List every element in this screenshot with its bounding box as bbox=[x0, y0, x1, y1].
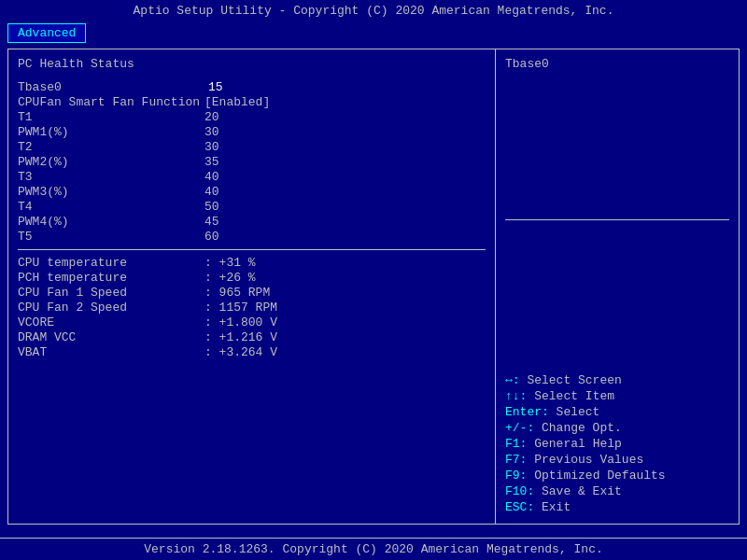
setting-row[interactable]: T450 bbox=[18, 200, 486, 214]
setting-label: PWM2(%) bbox=[18, 155, 204, 169]
stat-label: VBAT bbox=[18, 345, 204, 359]
help-row: +/-: Change Opt. bbox=[505, 421, 729, 435]
setting-label: T3 bbox=[18, 170, 204, 184]
stat-row: CPU temperature: +31 % bbox=[18, 256, 486, 270]
stat-label: CPU temperature bbox=[18, 256, 204, 270]
stat-value: : +1.216 V bbox=[204, 330, 277, 344]
setting-row[interactable]: T340 bbox=[18, 170, 486, 184]
stat-value: : +26 % bbox=[204, 271, 256, 285]
setting-row[interactable]: PWM3(%)40 bbox=[18, 185, 486, 199]
setting-value: 60 bbox=[204, 230, 219, 244]
setting-row[interactable]: PWM2(%)35 bbox=[18, 155, 486, 169]
divider bbox=[18, 249, 486, 250]
stat-label: CPU Fan 1 Speed bbox=[18, 286, 204, 300]
right-description: Tbase0 bbox=[505, 57, 729, 71]
stat-value: : 1157 RPM bbox=[204, 301, 277, 315]
setting-row[interactable]: PWM4(%)45 bbox=[18, 215, 486, 229]
help-row: ↔: Select Screen bbox=[505, 373, 729, 387]
help-key: ↑↓: bbox=[505, 389, 534, 403]
setting-row[interactable]: T230 bbox=[18, 140, 486, 154]
help-desc: General Help bbox=[534, 437, 622, 451]
setting-label: PWM4(%) bbox=[18, 215, 204, 229]
help-key: F10: bbox=[505, 484, 542, 498]
section-title: PC Health Status bbox=[18, 57, 486, 71]
help-desc: Exit bbox=[542, 500, 571, 514]
stat-label: VCORE bbox=[18, 315, 204, 329]
help-desc: Select Item bbox=[534, 389, 614, 403]
setting-row[interactable]: T120 bbox=[18, 110, 486, 124]
help-desc: Select bbox=[557, 405, 600, 419]
help-key: ESC: bbox=[505, 500, 542, 514]
help-row: F7: Previous Values bbox=[505, 453, 729, 467]
help-desc: Select Screen bbox=[527, 373, 621, 387]
stat-row: VBAT: +3.264 V bbox=[18, 345, 486, 359]
help-desc: Optimized Defaults bbox=[534, 469, 665, 483]
setting-label: PWM3(%) bbox=[18, 185, 204, 199]
stats-rows: CPU temperature: +31 %PCH temperature: +… bbox=[18, 256, 486, 359]
help-key: Enter: bbox=[505, 405, 557, 419]
help-key: ↔: bbox=[505, 373, 527, 387]
help-row: F9: Optimized Defaults bbox=[505, 469, 729, 483]
stat-row: PCH temperature: +26 % bbox=[18, 271, 486, 285]
main-content: PC Health Status Tbase015CPUFan Smart Fa… bbox=[7, 49, 740, 525]
setting-value: 30 bbox=[204, 140, 219, 154]
footer-text: Version 2.18.1263. Copyright (C) 2020 Am… bbox=[144, 542, 602, 556]
help-section: ↔: Select Screen↑↓: Select ItemEnter: Se… bbox=[505, 366, 729, 516]
stat-row: CPU Fan 1 Speed: 965 RPM bbox=[18, 286, 486, 300]
stat-value: : +31 % bbox=[204, 256, 256, 270]
right-panel: Tbase0 ↔: Select Screen↑↓: Select ItemEn… bbox=[496, 49, 739, 524]
help-row: F1: General Help bbox=[505, 437, 729, 451]
setting-value: 20 bbox=[204, 110, 219, 124]
setting-row[interactable]: Tbase015 bbox=[18, 80, 486, 94]
setting-value: 15 bbox=[204, 80, 227, 94]
stat-value: : +1.800 V bbox=[204, 315, 277, 329]
setting-value: 35 bbox=[204, 155, 219, 169]
stat-row: DRAM VCC: +1.216 V bbox=[18, 330, 486, 344]
stat-row: VCORE: +1.800 V bbox=[18, 315, 486, 329]
help-row: Enter: Select bbox=[505, 405, 729, 419]
setting-label: Tbase0 bbox=[18, 80, 204, 94]
help-row: ESC: Exit bbox=[505, 500, 729, 514]
stat-label: PCH temperature bbox=[18, 271, 204, 285]
help-key: F7: bbox=[505, 453, 534, 467]
stat-value: : +3.264 V bbox=[204, 345, 277, 359]
tab-bar: Advanced bbox=[0, 21, 747, 45]
help-key: F1: bbox=[505, 437, 534, 451]
setting-label: T1 bbox=[18, 110, 204, 124]
setting-value: [Enabled] bbox=[204, 95, 270, 109]
setting-row[interactable]: T560 bbox=[18, 230, 486, 244]
help-desc: Change Opt. bbox=[542, 421, 622, 435]
setting-value: 40 bbox=[204, 170, 219, 184]
footer: Version 2.18.1263. Copyright (C) 2020 Am… bbox=[0, 538, 747, 560]
setting-label: T4 bbox=[18, 200, 204, 214]
setting-row[interactable]: PWM1(%)30 bbox=[18, 125, 486, 139]
setting-label: T5 bbox=[18, 230, 204, 244]
help-desc: Save & Exit bbox=[542, 484, 622, 498]
setting-label: CPUFan Smart Fan Function bbox=[18, 95, 204, 109]
right-divider bbox=[505, 219, 729, 220]
stat-label: DRAM VCC bbox=[18, 330, 204, 344]
left-panel: PC Health Status Tbase015CPUFan Smart Fa… bbox=[8, 49, 496, 524]
setting-value: 40 bbox=[204, 185, 219, 199]
help-key: +/-: bbox=[505, 421, 542, 435]
stat-row: CPU Fan 2 Speed: 1157 RPM bbox=[18, 301, 486, 315]
setting-label: PWM1(%) bbox=[18, 125, 204, 139]
setting-value: 45 bbox=[204, 215, 219, 229]
help-row: F10: Save & Exit bbox=[505, 484, 729, 498]
top-bar: Aptio Setup Utility - Copyright (C) 2020… bbox=[0, 0, 747, 21]
stat-label: CPU Fan 2 Speed bbox=[18, 301, 204, 315]
help-row: ↑↓: Select Item bbox=[505, 389, 729, 403]
help-desc: Previous Values bbox=[534, 453, 643, 467]
top-bar-title: Aptio Setup Utility - Copyright (C) 2020… bbox=[134, 4, 614, 18]
setting-value: 30 bbox=[204, 125, 219, 139]
setting-row[interactable]: CPUFan Smart Fan Function[Enabled] bbox=[18, 95, 486, 109]
setting-value: 50 bbox=[204, 200, 219, 214]
stat-value: : 965 RPM bbox=[204, 286, 270, 300]
help-key: F9: bbox=[505, 469, 534, 483]
tab-advanced[interactable]: Advanced bbox=[7, 23, 86, 43]
setting-label: T2 bbox=[18, 140, 204, 154]
settings-rows: Tbase015CPUFan Smart Fan Function[Enable… bbox=[18, 80, 486, 244]
